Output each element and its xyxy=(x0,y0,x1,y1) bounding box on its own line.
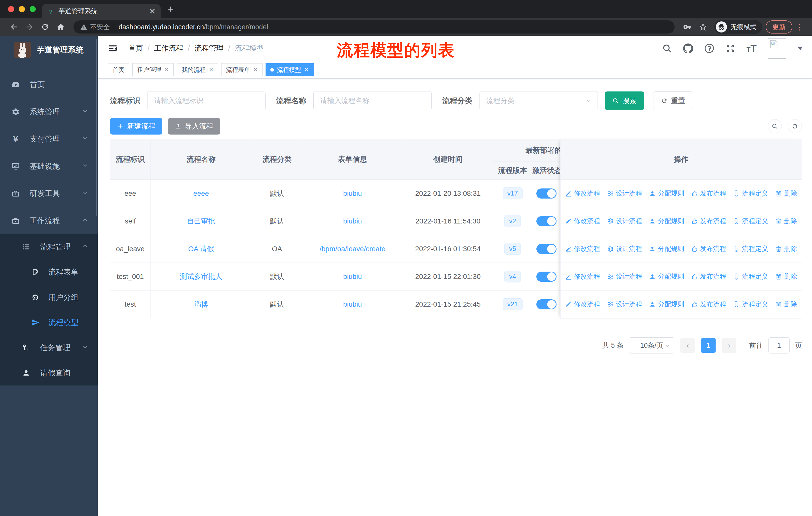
sidebar-collapse-icon[interactable] xyxy=(108,43,118,53)
definition-link-action-link[interactable]: 流程定义 xyxy=(733,217,768,225)
form-info-link[interactable]: biubiu xyxy=(343,217,362,225)
publish-thumb-action-link[interactable]: 发布流程 xyxy=(691,189,726,198)
forward-icon[interactable] xyxy=(25,23,34,31)
sidebar-item-devtools[interactable]: 研发工具 xyxy=(0,180,98,207)
design-gear-action-link[interactable]: 设计流程 xyxy=(607,272,642,281)
trash-action-link[interactable]: 删除 xyxy=(775,217,797,225)
close-icon[interactable]: ✕ xyxy=(304,66,309,73)
definition-link-action-link[interactable]: 流程定义 xyxy=(733,244,768,253)
process-name-link[interactable]: OA 请假 xyxy=(188,245,214,253)
minimize-window-button[interactable] xyxy=(19,6,25,12)
design-gear-action-link[interactable]: 设计流程 xyxy=(607,189,642,198)
form-info-link[interactable]: /bpm/oa/leave/create xyxy=(320,245,386,253)
design-gear-action-link[interactable]: 设计流程 xyxy=(607,300,642,309)
reset-button[interactable]: 重置 xyxy=(653,91,693,110)
back-icon[interactable] xyxy=(9,23,18,31)
search-button[interactable]: 搜索 xyxy=(605,91,644,110)
process-name-input[interactable] xyxy=(313,91,432,110)
edit-action-link[interactable]: 修改流程 xyxy=(565,272,600,281)
active-toggle[interactable] xyxy=(536,244,556,254)
goto-page-input[interactable] xyxy=(768,337,790,353)
assign-user-action-link[interactable]: 分配规则 xyxy=(649,272,684,281)
definition-link-action-link[interactable]: 流程定义 xyxy=(733,189,768,198)
trash-action-link[interactable]: 删除 xyxy=(775,272,797,281)
tab-close-icon[interactable]: ✕ xyxy=(149,7,155,16)
sidebar-item-infrastructure[interactable]: 基础设施 xyxy=(0,153,98,180)
fullscreen-icon[interactable] xyxy=(725,43,735,53)
assign-user-action-link[interactable]: 分配规则 xyxy=(649,300,684,309)
password-key-icon[interactable] xyxy=(683,23,692,31)
trash-action-link[interactable]: 删除 xyxy=(775,300,797,309)
address-bar[interactable]: 不安全 dashboard.yudao.iocoder.cn/bpm/manag… xyxy=(74,20,674,33)
edit-action-link[interactable]: 修改流程 xyxy=(565,217,600,225)
sidebar-item-leave-query[interactable]: 请假查询 xyxy=(0,360,98,385)
tag-home[interactable]: 首页 xyxy=(108,63,129,76)
trash-action-link[interactable]: 删除 xyxy=(775,189,797,198)
sidebar-item-payment[interactable]: ¥ 支付管理 xyxy=(0,126,98,153)
publish-thumb-action-link[interactable]: 发布流程 xyxy=(691,244,726,253)
close-icon[interactable]: ✕ xyxy=(209,66,213,73)
breadcrumb-item[interactable]: 工作流程 xyxy=(154,43,183,53)
publish-thumb-action-link[interactable]: 发布流程 xyxy=(691,217,726,225)
maximize-window-button[interactable] xyxy=(30,6,36,12)
help-icon[interactable] xyxy=(704,43,714,53)
sidebar-item-process-model[interactable]: 流程模型 xyxy=(0,310,98,335)
active-toggle[interactable] xyxy=(536,299,556,309)
sidebar-item-task-management[interactable]: 任务管理 xyxy=(0,335,98,360)
publish-thumb-action-link[interactable]: 发布流程 xyxy=(691,300,726,309)
definition-link-action-link[interactable]: 流程定义 xyxy=(733,272,768,281)
process-name-link[interactable]: 自己审批 xyxy=(187,217,215,225)
browser-update-button[interactable]: 更新 xyxy=(766,20,792,33)
tag-process-form[interactable]: 流程表单✕ xyxy=(221,63,263,76)
sidebar-item-process-management[interactable]: 流程管理 xyxy=(0,234,98,260)
sidebar-item-workflow[interactable]: 工作流程 xyxy=(0,207,98,234)
avatar[interactable] xyxy=(768,38,786,59)
browser-tab[interactable]: 芋道管理系统 ✕ xyxy=(42,4,161,18)
new-tab-button[interactable]: + xyxy=(168,4,173,14)
bookmark-star-icon[interactable] xyxy=(699,23,707,31)
active-toggle[interactable] xyxy=(536,188,556,198)
category-select[interactable] xyxy=(480,91,598,110)
github-icon[interactable] xyxy=(683,43,693,53)
assign-user-action-link[interactable]: 分配规则 xyxy=(649,189,684,198)
sidebar-item-process-form[interactable]: 流程表单 xyxy=(0,260,98,285)
process-name-link[interactable]: 滔博 xyxy=(194,300,208,308)
create-process-button[interactable]: 新建流程 xyxy=(110,118,162,135)
process-key-input[interactable] xyxy=(147,91,265,110)
next-page-button[interactable]: › xyxy=(722,338,736,353)
form-info-link[interactable]: biubiu xyxy=(343,273,362,280)
tag-tenant[interactable]: 租户管理✕ xyxy=(133,63,174,76)
close-icon[interactable]: ✕ xyxy=(253,66,258,73)
prev-page-button[interactable]: ‹ xyxy=(680,338,695,353)
assign-user-action-link[interactable]: 分配规则 xyxy=(649,244,684,253)
process-name-link[interactable]: 测试多审批人 xyxy=(180,273,222,280)
category-select-input[interactable] xyxy=(480,91,598,110)
breadcrumb-item[interactable]: 流程管理 xyxy=(194,43,224,53)
import-process-button[interactable]: 导入流程 xyxy=(168,118,220,135)
avatar-caret-icon[interactable] xyxy=(798,47,803,50)
edit-action-link[interactable]: 修改流程 xyxy=(565,300,600,309)
show-search-toggle-button[interactable] xyxy=(768,119,782,133)
tag-my-process[interactable]: 我的流程✕ xyxy=(177,63,218,76)
breadcrumb-item[interactable]: 首页 xyxy=(128,43,143,53)
design-gear-action-link[interactable]: 设计流程 xyxy=(607,244,642,253)
trash-action-link[interactable]: 删除 xyxy=(775,244,797,253)
refresh-table-button[interactable] xyxy=(788,119,802,133)
process-name-link[interactable]: eeee xyxy=(193,189,209,197)
browser-menu-icon[interactable]: ⋮ xyxy=(796,23,804,31)
design-gear-action-link[interactable]: 设计流程 xyxy=(607,217,642,225)
sidebar-item-system[interactable]: 系统管理 xyxy=(0,98,98,126)
close-window-button[interactable] xyxy=(8,6,14,12)
active-toggle[interactable] xyxy=(536,272,556,282)
edit-action-link[interactable]: 修改流程 xyxy=(565,244,600,253)
tag-process-model[interactable]: 流程模型✕ xyxy=(265,63,313,76)
close-icon[interactable]: ✕ xyxy=(164,66,169,73)
definition-link-action-link[interactable]: 流程定义 xyxy=(733,300,768,309)
assign-user-action-link[interactable]: 分配规则 xyxy=(649,217,684,225)
form-info-link[interactable]: biubiu xyxy=(343,300,362,308)
font-size-icon[interactable]: TT xyxy=(747,43,757,54)
sidebar-item-user-group[interactable]: 用户分组 xyxy=(0,285,98,310)
active-toggle[interactable] xyxy=(536,216,556,226)
publish-thumb-action-link[interactable]: 发布流程 xyxy=(691,272,726,281)
home-icon[interactable] xyxy=(56,23,65,31)
